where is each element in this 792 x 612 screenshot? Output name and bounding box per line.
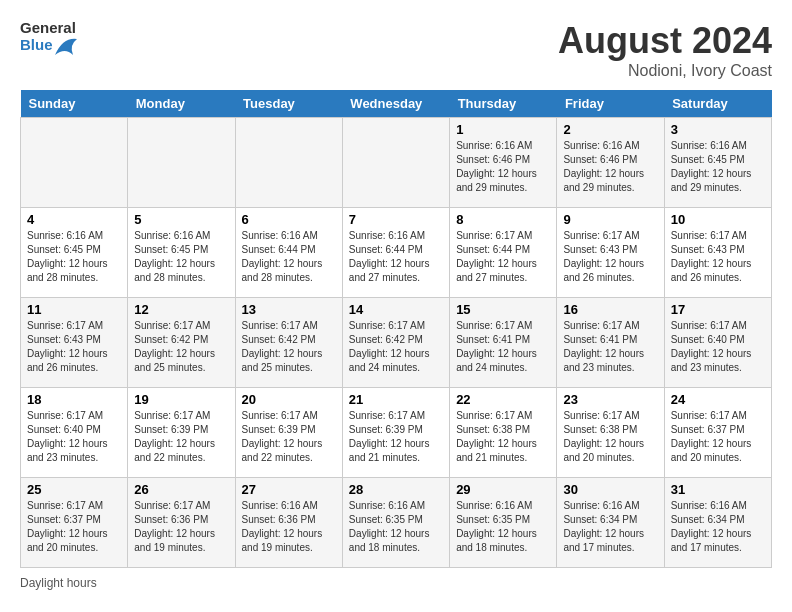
calendar-cell: 2Sunrise: 6:16 AM Sunset: 6:46 PM Daylig… [557, 118, 664, 208]
calendar-cell: 27Sunrise: 6:16 AM Sunset: 6:36 PM Dayli… [235, 478, 342, 568]
day-number: 30 [563, 482, 657, 497]
calendar-cell: 20Sunrise: 6:17 AM Sunset: 6:39 PM Dayli… [235, 388, 342, 478]
logo-container: General Blue [20, 20, 77, 55]
logo-blue: Blue [20, 37, 53, 54]
day-number: 14 [349, 302, 443, 317]
day-number: 12 [134, 302, 228, 317]
calendar-cell: 6Sunrise: 6:16 AM Sunset: 6:44 PM Daylig… [235, 208, 342, 298]
daylight-label: Daylight hours [20, 576, 97, 590]
day-info: Sunrise: 6:16 AM Sunset: 6:45 PM Dayligh… [671, 139, 765, 195]
day-info: Sunrise: 6:17 AM Sunset: 6:42 PM Dayligh… [134, 319, 228, 375]
location: Nodioni, Ivory Coast [558, 62, 772, 80]
day-number: 31 [671, 482, 765, 497]
day-info: Sunrise: 6:17 AM Sunset: 6:37 PM Dayligh… [671, 409, 765, 465]
logo-text-container: General Blue [20, 20, 77, 55]
calendar-cell: 28Sunrise: 6:16 AM Sunset: 6:35 PM Dayli… [342, 478, 449, 568]
weekday-header-wednesday: Wednesday [342, 90, 449, 118]
day-info: Sunrise: 6:16 AM Sunset: 6:35 PM Dayligh… [349, 499, 443, 555]
calendar-cell [128, 118, 235, 208]
calendar-cell: 15Sunrise: 6:17 AM Sunset: 6:41 PM Dayli… [450, 298, 557, 388]
calendar-cell: 17Sunrise: 6:17 AM Sunset: 6:40 PM Dayli… [664, 298, 771, 388]
day-number: 3 [671, 122, 765, 137]
day-number: 21 [349, 392, 443, 407]
calendar-cell: 19Sunrise: 6:17 AM Sunset: 6:39 PM Dayli… [128, 388, 235, 478]
calendar-cell: 22Sunrise: 6:17 AM Sunset: 6:38 PM Dayli… [450, 388, 557, 478]
day-info: Sunrise: 6:17 AM Sunset: 6:38 PM Dayligh… [563, 409, 657, 465]
day-info: Sunrise: 6:16 AM Sunset: 6:46 PM Dayligh… [456, 139, 550, 195]
day-info: Sunrise: 6:17 AM Sunset: 6:41 PM Dayligh… [563, 319, 657, 375]
day-number: 29 [456, 482, 550, 497]
calendar-cell: 14Sunrise: 6:17 AM Sunset: 6:42 PM Dayli… [342, 298, 449, 388]
calendar-cell: 16Sunrise: 6:17 AM Sunset: 6:41 PM Dayli… [557, 298, 664, 388]
calendar-cell: 12Sunrise: 6:17 AM Sunset: 6:42 PM Dayli… [128, 298, 235, 388]
weekday-header-sunday: Sunday [21, 90, 128, 118]
day-number: 2 [563, 122, 657, 137]
day-info: Sunrise: 6:16 AM Sunset: 6:36 PM Dayligh… [242, 499, 336, 555]
calendar-cell: 3Sunrise: 6:16 AM Sunset: 6:45 PM Daylig… [664, 118, 771, 208]
day-info: Sunrise: 6:17 AM Sunset: 6:43 PM Dayligh… [671, 229, 765, 285]
page-header: General Blue August 2024 Nodioni, Ivory … [20, 20, 772, 80]
calendar-cell: 11Sunrise: 6:17 AM Sunset: 6:43 PM Dayli… [21, 298, 128, 388]
day-info: Sunrise: 6:17 AM Sunset: 6:41 PM Dayligh… [456, 319, 550, 375]
day-number: 16 [563, 302, 657, 317]
day-info: Sunrise: 6:17 AM Sunset: 6:38 PM Dayligh… [456, 409, 550, 465]
day-info: Sunrise: 6:16 AM Sunset: 6:46 PM Dayligh… [563, 139, 657, 195]
calendar-cell: 8Sunrise: 6:17 AM Sunset: 6:44 PM Daylig… [450, 208, 557, 298]
day-number: 17 [671, 302, 765, 317]
calendar-table: SundayMondayTuesdayWednesdayThursdayFrid… [20, 90, 772, 568]
day-number: 25 [27, 482, 121, 497]
day-number: 15 [456, 302, 550, 317]
calendar-cell: 1Sunrise: 6:16 AM Sunset: 6:46 PM Daylig… [450, 118, 557, 208]
day-number: 20 [242, 392, 336, 407]
day-number: 28 [349, 482, 443, 497]
day-number: 4 [27, 212, 121, 227]
calendar-cell: 9Sunrise: 6:17 AM Sunset: 6:43 PM Daylig… [557, 208, 664, 298]
day-info: Sunrise: 6:16 AM Sunset: 6:44 PM Dayligh… [349, 229, 443, 285]
day-number: 24 [671, 392, 765, 407]
day-info: Sunrise: 6:16 AM Sunset: 6:45 PM Dayligh… [27, 229, 121, 285]
day-number: 23 [563, 392, 657, 407]
calendar-cell: 7Sunrise: 6:16 AM Sunset: 6:44 PM Daylig… [342, 208, 449, 298]
day-info: Sunrise: 6:17 AM Sunset: 6:43 PM Dayligh… [563, 229, 657, 285]
logo: General Blue [20, 20, 77, 55]
day-info: Sunrise: 6:17 AM Sunset: 6:40 PM Dayligh… [671, 319, 765, 375]
day-number: 22 [456, 392, 550, 407]
day-info: Sunrise: 6:16 AM Sunset: 6:34 PM Dayligh… [671, 499, 765, 555]
calendar-cell: 24Sunrise: 6:17 AM Sunset: 6:37 PM Dayli… [664, 388, 771, 478]
calendar-cell [235, 118, 342, 208]
day-number: 27 [242, 482, 336, 497]
day-info: Sunrise: 6:17 AM Sunset: 6:39 PM Dayligh… [242, 409, 336, 465]
day-number: 19 [134, 392, 228, 407]
day-info: Sunrise: 6:17 AM Sunset: 6:37 PM Dayligh… [27, 499, 121, 555]
day-info: Sunrise: 6:17 AM Sunset: 6:42 PM Dayligh… [349, 319, 443, 375]
weekday-header-friday: Friday [557, 90, 664, 118]
calendar-cell: 13Sunrise: 6:17 AM Sunset: 6:42 PM Dayli… [235, 298, 342, 388]
month-year: August 2024 [558, 20, 772, 62]
calendar-cell: 23Sunrise: 6:17 AM Sunset: 6:38 PM Dayli… [557, 388, 664, 478]
day-number: 13 [242, 302, 336, 317]
calendar-cell: 18Sunrise: 6:17 AM Sunset: 6:40 PM Dayli… [21, 388, 128, 478]
calendar-cell: 10Sunrise: 6:17 AM Sunset: 6:43 PM Dayli… [664, 208, 771, 298]
day-number: 1 [456, 122, 550, 137]
day-info: Sunrise: 6:17 AM Sunset: 6:36 PM Dayligh… [134, 499, 228, 555]
calendar-cell: 4Sunrise: 6:16 AM Sunset: 6:45 PM Daylig… [21, 208, 128, 298]
weekday-header-row: SundayMondayTuesdayWednesdayThursdayFrid… [21, 90, 772, 118]
day-info: Sunrise: 6:16 AM Sunset: 6:35 PM Dayligh… [456, 499, 550, 555]
day-info: Sunrise: 6:17 AM Sunset: 6:44 PM Dayligh… [456, 229, 550, 285]
day-number: 5 [134, 212, 228, 227]
calendar-cell: 25Sunrise: 6:17 AM Sunset: 6:37 PM Dayli… [21, 478, 128, 568]
weekday-header-tuesday: Tuesday [235, 90, 342, 118]
calendar-cell: 21Sunrise: 6:17 AM Sunset: 6:39 PM Dayli… [342, 388, 449, 478]
day-info: Sunrise: 6:16 AM Sunset: 6:45 PM Dayligh… [134, 229, 228, 285]
day-info: Sunrise: 6:16 AM Sunset: 6:34 PM Dayligh… [563, 499, 657, 555]
calendar-week-row: 4Sunrise: 6:16 AM Sunset: 6:45 PM Daylig… [21, 208, 772, 298]
calendar-cell [342, 118, 449, 208]
calendar-cell: 26Sunrise: 6:17 AM Sunset: 6:36 PM Dayli… [128, 478, 235, 568]
day-number: 10 [671, 212, 765, 227]
calendar-cell [21, 118, 128, 208]
day-number: 7 [349, 212, 443, 227]
logo-bird-icon [55, 37, 77, 55]
calendar-week-row: 18Sunrise: 6:17 AM Sunset: 6:40 PM Dayli… [21, 388, 772, 478]
logo-general: General [20, 20, 77, 37]
calendar-cell: 5Sunrise: 6:16 AM Sunset: 6:45 PM Daylig… [128, 208, 235, 298]
